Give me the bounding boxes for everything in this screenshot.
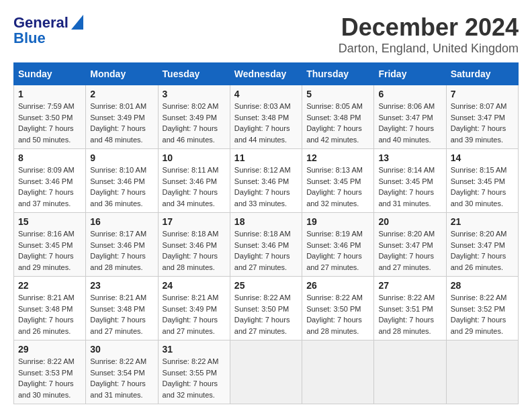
calendar-cell: 27Sunrise: 8:22 AMSunset: 3:51 PMDayligh…	[374, 277, 446, 340]
day-number: 3	[163, 89, 226, 99]
sunrise-text: Sunrise: 8:13 AM	[306, 165, 369, 176]
sunset-text: Sunset: 3:47 PM	[451, 112, 514, 124]
day-number: 21	[451, 216, 514, 227]
day-number: 25	[234, 280, 298, 291]
sunrise-text: Sunrise: 8:03 AM	[234, 101, 298, 112]
sunset-text: Sunset: 3:49 PM	[163, 112, 226, 124]
sunrise-text: Sunrise: 8:19 AM	[306, 228, 369, 240]
calendar-cell: 1Sunrise: 7:59 AMSunset: 3:50 PMDaylight…	[14, 85, 86, 149]
sunset-text: Sunset: 3:48 PM	[18, 304, 81, 315]
calendar-title: December 2024	[339, 13, 519, 42]
sunrise-text: Sunrise: 8:10 AM	[90, 165, 153, 176]
cell-content: Sunrise: 8:15 AMSunset: 3:45 PMDaylight:…	[451, 165, 514, 209]
sunrise-text: Sunrise: 7:59 AM	[18, 101, 81, 112]
day-number: 2	[90, 89, 153, 99]
day-number: 24	[163, 280, 226, 291]
calendar-cell: 31Sunrise: 8:22 AMSunset: 3:55 PMDayligh…	[158, 340, 230, 404]
calendar-header: SundayMondayTuesdayWednesdayThursdayFrid…	[14, 63, 519, 85]
header: General Blue December 2024 Darton, Engla…	[13, 13, 519, 56]
sunset-text: Sunset: 3:45 PM	[306, 176, 369, 187]
cell-content: Sunrise: 8:12 AMSunset: 3:46 PMDaylight:…	[234, 165, 298, 209]
day-number: 26	[306, 280, 369, 291]
daylight-text: Daylight: 7 hoursand 28 minutes.	[378, 314, 441, 336]
day-number: 18	[234, 216, 298, 227]
sunset-text: Sunset: 3:54 PM	[90, 367, 153, 379]
cell-content: Sunrise: 8:13 AMSunset: 3:45 PMDaylight:…	[306, 165, 369, 209]
day-number: 31	[163, 344, 226, 355]
sunset-text: Sunset: 3:47 PM	[451, 240, 514, 251]
day-number: 12	[306, 152, 369, 163]
cell-content: Sunrise: 8:20 AMSunset: 3:47 PMDaylight:…	[451, 228, 514, 273]
sunrise-text: Sunrise: 8:21 AM	[18, 292, 81, 304]
calendar-subtitle: Darton, England, United Kingdom	[339, 42, 519, 56]
sunrise-text: Sunrise: 8:22 AM	[451, 292, 514, 304]
calendar-cell: 26Sunrise: 8:22 AMSunset: 3:50 PMDayligh…	[302, 277, 374, 340]
sunrise-text: Sunrise: 8:22 AM	[90, 356, 153, 367]
daylight-text: Daylight: 7 hoursand 28 minutes.	[90, 250, 153, 273]
sunrise-text: Sunrise: 8:15 AM	[451, 165, 514, 176]
sunrise-text: Sunrise: 8:21 AM	[163, 292, 226, 304]
sunset-text: Sunset: 3:46 PM	[163, 240, 226, 251]
header-day: Wednesday	[230, 63, 302, 85]
calendar-cell: 9Sunrise: 8:10 AMSunset: 3:46 PMDaylight…	[86, 149, 158, 213]
svg-marker-0	[71, 15, 83, 30]
sunrise-text: Sunrise: 8:09 AM	[18, 165, 81, 176]
header-day: Sunday	[14, 63, 86, 85]
daylight-text: Daylight: 7 hoursand 28 minutes.	[306, 314, 369, 336]
sunrise-text: Sunrise: 8:22 AM	[18, 356, 81, 367]
cell-content: Sunrise: 8:21 AMSunset: 3:48 PMDaylight:…	[18, 292, 81, 336]
calendar-cell	[446, 340, 518, 404]
daylight-text: Daylight: 7 hoursand 32 minutes.	[306, 187, 369, 209]
sunset-text: Sunset: 3:51 PM	[378, 304, 441, 315]
sunrise-text: Sunrise: 8:22 AM	[378, 292, 441, 304]
cell-content: Sunrise: 8:11 AMSunset: 3:46 PMDaylight:…	[163, 165, 226, 209]
sunrise-text: Sunrise: 8:02 AM	[163, 101, 226, 112]
title-area: December 2024 Darton, England, United Ki…	[339, 13, 519, 56]
sunrise-text: Sunrise: 8:05 AM	[306, 101, 369, 112]
daylight-text: Daylight: 7 hoursand 48 minutes.	[90, 123, 153, 145]
cell-content: Sunrise: 8:01 AMSunset: 3:49 PMDaylight:…	[90, 101, 153, 145]
cell-content: Sunrise: 8:03 AMSunset: 3:48 PMDaylight:…	[234, 101, 298, 145]
cell-content: Sunrise: 8:17 AMSunset: 3:46 PMDaylight:…	[90, 228, 153, 273]
daylight-text: Daylight: 7 hoursand 26 minutes.	[451, 250, 514, 273]
logo-arrow-icon	[71, 15, 83, 32]
cell-content: Sunrise: 8:19 AMSunset: 3:46 PMDaylight:…	[306, 228, 369, 273]
cell-content: Sunrise: 8:16 AMSunset: 3:45 PMDaylight:…	[18, 228, 81, 273]
sunset-text: Sunset: 3:46 PM	[90, 240, 153, 251]
calendar-cell: 15Sunrise: 8:16 AMSunset: 3:45 PMDayligh…	[14, 213, 86, 277]
daylight-text: Daylight: 7 hoursand 34 minutes.	[163, 187, 226, 209]
sunrise-text: Sunrise: 8:22 AM	[234, 292, 298, 304]
day-number: 19	[306, 216, 369, 227]
day-number: 7	[451, 89, 514, 99]
day-number: 6	[378, 89, 441, 99]
sunset-text: Sunset: 3:46 PM	[306, 240, 369, 251]
cell-content: Sunrise: 8:02 AMSunset: 3:49 PMDaylight:…	[163, 101, 226, 145]
calendar-cell: 12Sunrise: 8:13 AMSunset: 3:45 PMDayligh…	[302, 149, 374, 213]
sunset-text: Sunset: 3:50 PM	[306, 304, 369, 315]
sunset-text: Sunset: 3:48 PM	[234, 112, 298, 124]
header-day: Tuesday	[158, 63, 230, 85]
cell-content: Sunrise: 8:09 AMSunset: 3:46 PMDaylight:…	[18, 165, 81, 209]
sunset-text: Sunset: 3:55 PM	[163, 367, 226, 379]
header-day: Thursday	[302, 63, 374, 85]
header-day: Monday	[86, 63, 158, 85]
day-number: 22	[18, 280, 81, 291]
daylight-text: Daylight: 7 hoursand 39 minutes.	[451, 123, 514, 145]
calendar-body: 1Sunrise: 7:59 AMSunset: 3:50 PMDaylight…	[14, 85, 519, 404]
sunset-text: Sunset: 3:50 PM	[234, 304, 298, 315]
calendar-cell: 8Sunrise: 8:09 AMSunset: 3:46 PMDaylight…	[14, 149, 86, 213]
day-number: 4	[234, 89, 298, 99]
calendar-cell: 28Sunrise: 8:22 AMSunset: 3:52 PMDayligh…	[446, 277, 518, 340]
calendar-cell: 14Sunrise: 8:15 AMSunset: 3:45 PMDayligh…	[446, 149, 518, 213]
day-number: 28	[451, 280, 514, 291]
calendar-cell: 21Sunrise: 8:20 AMSunset: 3:47 PMDayligh…	[446, 213, 518, 277]
daylight-text: Daylight: 7 hoursand 33 minutes.	[234, 187, 298, 209]
calendar-week: 8Sunrise: 8:09 AMSunset: 3:46 PMDaylight…	[14, 149, 519, 213]
calendar-cell: 7Sunrise: 8:07 AMSunset: 3:47 PMDaylight…	[446, 85, 518, 149]
day-number: 10	[163, 152, 226, 163]
calendar-cell: 23Sunrise: 8:21 AMSunset: 3:48 PMDayligh…	[86, 277, 158, 340]
calendar-cell: 20Sunrise: 8:20 AMSunset: 3:47 PMDayligh…	[374, 213, 446, 277]
daylight-text: Daylight: 7 hoursand 44 minutes.	[234, 123, 298, 145]
sunset-text: Sunset: 3:49 PM	[90, 112, 153, 124]
sunset-text: Sunset: 3:49 PM	[163, 304, 226, 315]
